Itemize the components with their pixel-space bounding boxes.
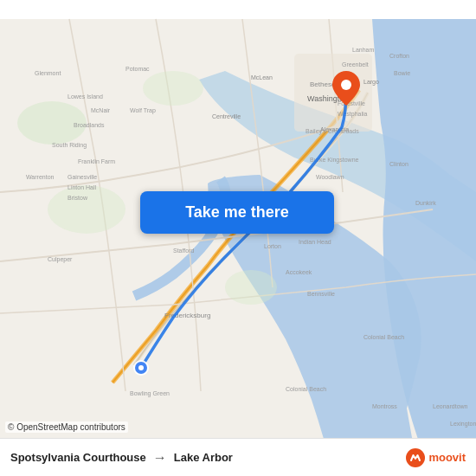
svg-text:Colonial Beach: Colonial Beach — [286, 386, 326, 392]
svg-text:Lexington Park: Lexington Park — [450, 421, 476, 428]
moovit-icon — [406, 448, 425, 467]
map-container: Washington Bethesda McLean Centreville A… — [0, 0, 476, 476]
arrow-icon: → — [153, 450, 167, 466]
svg-text:Lorton: Lorton — [264, 243, 281, 249]
svg-text:Montross: Montross — [372, 403, 397, 409]
svg-text:Warrenton: Warrenton — [26, 174, 55, 180]
svg-text:Lowes Island: Lowes Island — [68, 93, 103, 100]
svg-text:Woodlawn: Woodlawn — [316, 174, 344, 180]
moovit-logo: moovit — [406, 448, 466, 467]
svg-text:Culpeper: Culpeper — [48, 256, 73, 263]
svg-point-3 — [143, 71, 203, 106]
svg-text:Clinton: Clinton — [389, 161, 408, 167]
svg-text:Accokeek: Accokeek — [286, 269, 312, 275]
svg-text:McLean: McLean — [251, 74, 273, 80]
svg-text:Greenbelt: Greenbelt — [342, 61, 369, 68]
map-background: Washington Bethesda McLean Centreville A… — [0, 0, 476, 476]
svg-text:Dunkirk: Dunkirk — [415, 200, 436, 206]
svg-text:Wolf Trap: Wolf Trap — [130, 107, 156, 114]
svg-text:Lanham: Lanham — [352, 47, 374, 53]
svg-text:Bristow: Bristow — [68, 195, 88, 201]
svg-text:Gainesville: Gainesville — [68, 174, 97, 180]
svg-point-54 — [341, 80, 351, 90]
svg-text:Leonardtown: Leonardtown — [433, 403, 468, 409]
map-attribution: © OpenStreetMap contributors — [5, 421, 128, 433]
svg-text:Franklin Farm: Franklin Farm — [78, 158, 115, 164]
svg-text:Westphalia: Westphalia — [338, 111, 368, 118]
take-me-there-button[interactable]: Take me there — [140, 191, 334, 234]
svg-point-53 — [138, 365, 144, 370]
svg-text:Indian Head: Indian Head — [299, 239, 331, 245]
svg-text:Bowie: Bowie — [394, 70, 410, 76]
svg-text:Bennsville: Bennsville — [307, 291, 335, 297]
destination-label: Lake Arbor — [174, 451, 233, 464]
svg-text:Centreville: Centreville — [212, 113, 241, 119]
svg-point-4 — [225, 270, 277, 305]
svg-text:Largo: Largo — [363, 79, 379, 86]
svg-text:Broadlands: Broadlands — [74, 122, 105, 128]
svg-text:Crofton: Crofton — [389, 53, 409, 59]
svg-text:Bowling Green: Bowling Green — [130, 390, 170, 397]
svg-point-5 — [48, 185, 125, 234]
origin-label: Spotsylvania Courthouse — [10, 451, 146, 464]
svg-text:Potomac: Potomac — [125, 66, 150, 72]
svg-text:McNair: McNair — [91, 107, 111, 113]
svg-text:Stafford: Stafford — [173, 248, 194, 254]
svg-text:Glenmont: Glenmont — [35, 70, 61, 76]
svg-text:Linton Hall: Linton Hall — [68, 184, 97, 190]
svg-text:Forestville: Forestville — [338, 100, 365, 106]
bottom-bar: Spotsylvania Courthouse → Lake Arbor moo… — [0, 438, 476, 476]
svg-text:South Riding: South Riding — [52, 142, 87, 149]
moovit-text: moovit — [428, 451, 466, 464]
svg-text:Bailey's Crossroads: Bailey's Crossroads — [306, 128, 359, 135]
svg-text:Colonial Beach: Colonial Beach — [363, 334, 404, 340]
